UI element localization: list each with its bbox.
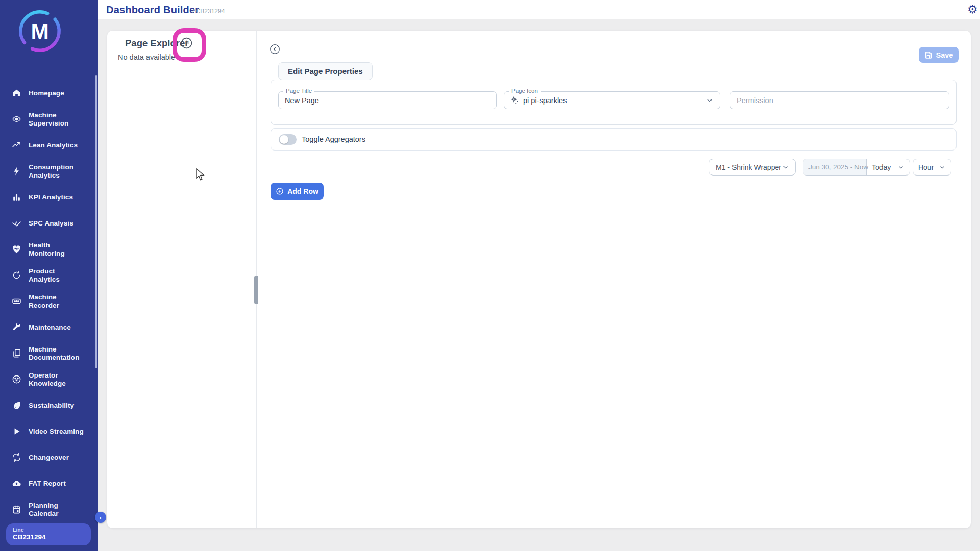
sidebar-item-label: Video Streaming bbox=[29, 428, 86, 436]
refresh-icon bbox=[11, 270, 21, 281]
page-title-input[interactable] bbox=[279, 92, 496, 109]
sidebar-nav: HomepageMachine SupervisionLean Analytic… bbox=[0, 80, 98, 522]
trend-icon bbox=[11, 140, 21, 151]
page-title-label: Page Title bbox=[283, 88, 314, 94]
calendar-icon bbox=[11, 505, 21, 515]
page-explorer-title: Page Explorer bbox=[125, 38, 188, 49]
sidebar-item-label: Consumption Analytics bbox=[29, 163, 86, 180]
dashboard-builder-app: Dashboard Builder / CB231294 ⚙ Page Expl… bbox=[0, 0, 980, 551]
sidebar-collapse-button[interactable]: ‹ bbox=[95, 512, 106, 523]
cloud-icon bbox=[11, 479, 21, 489]
save-button[interactable]: Save bbox=[919, 47, 959, 63]
add-page-button[interactable] bbox=[180, 37, 193, 49]
settings-gear-icon[interactable]: ⚙ bbox=[967, 3, 978, 17]
sidebar-item-label: Product Analytics bbox=[29, 267, 86, 284]
line-badge-value: CB231294 bbox=[13, 533, 91, 541]
tab-label: Edit Page Properties bbox=[288, 67, 363, 76]
chevron-down-icon bbox=[706, 96, 714, 104]
play-icon bbox=[11, 427, 21, 437]
changeover-icon bbox=[11, 453, 21, 463]
sidebar: M HomepageMachine SupervisionLean Analyt… bbox=[0, 0, 98, 551]
logo-letter: M bbox=[31, 19, 48, 43]
heart-icon bbox=[11, 244, 21, 255]
page-title-field[interactable]: Page Title bbox=[278, 91, 497, 109]
top-header: Dashboard Builder / CB231294 ⚙ bbox=[0, 0, 980, 19]
eye-icon bbox=[11, 114, 21, 124]
sidebar-item-label: Homepage bbox=[29, 89, 86, 97]
date-preset-select[interactable]: Today bbox=[867, 159, 910, 175]
sidebar-item-label: FAT Report bbox=[29, 480, 86, 488]
sidebar-item-label: Changeover bbox=[29, 454, 86, 462]
toggle-knob bbox=[280, 135, 288, 144]
operator-icon bbox=[11, 374, 21, 385]
plus-circle-icon bbox=[180, 37, 193, 49]
sidebar-item-label: SPC Analysis bbox=[29, 219, 86, 228]
main-content-card: Page Explorer No data available Save Edi… bbox=[107, 31, 971, 528]
home-icon bbox=[11, 88, 21, 98]
toggle-aggregators-row: Toggle Aggregators bbox=[271, 128, 957, 151]
sidebar-item-machine-documentation[interactable]: Machine Documentation bbox=[0, 340, 98, 366]
sidebar-item-label: Lean Analytics bbox=[29, 141, 86, 149]
page-icon-select[interactable]: Page Icon pi pi-sparkles bbox=[504, 91, 720, 109]
sidebar-item-label: KPI Analytics bbox=[29, 193, 86, 202]
chevron-down-icon bbox=[939, 164, 946, 171]
sidebar-item-label: Planning Calendar bbox=[29, 502, 86, 518]
page-explorer-empty-text: No data available bbox=[118, 53, 175, 61]
line-selector-badge[interactable]: Line CB231294 bbox=[6, 523, 91, 545]
chevron-down-icon bbox=[782, 164, 789, 171]
sidebar-item-product-analytics[interactable]: Product Analytics bbox=[0, 262, 98, 288]
checks-icon bbox=[11, 218, 21, 229]
sidebar-item-fat-report[interactable]: FAT Report bbox=[0, 470, 98, 496]
sidebar-item-spc-analysis[interactable]: SPC Analysis bbox=[0, 210, 98, 236]
sidebar-item-machine-supervision[interactable]: Machine Supervision bbox=[0, 106, 98, 132]
sidebar-item-lean-analytics[interactable]: Lean Analytics bbox=[0, 132, 98, 158]
sidebar-item-kpi-analytics[interactable]: KPI Analytics bbox=[0, 184, 98, 210]
chevron-down-icon bbox=[897, 164, 904, 171]
app-logo[interactable]: M bbox=[16, 8, 63, 55]
bolt-icon bbox=[11, 166, 21, 177]
sparkles-icon bbox=[510, 96, 519, 105]
date-range-group: Jun 30, 2025 - Now Today bbox=[803, 159, 910, 176]
toggle-aggregators-switch[interactable] bbox=[279, 134, 297, 145]
save-button-label: Save bbox=[936, 51, 953, 59]
back-button[interactable] bbox=[270, 44, 280, 55]
bars-icon bbox=[11, 192, 21, 203]
plus-circle-icon bbox=[276, 187, 284, 195]
chevron-left-circle-icon bbox=[270, 44, 280, 55]
sidebar-item-homepage[interactable]: Homepage bbox=[0, 80, 98, 106]
line-badge-label: Line bbox=[13, 527, 91, 533]
sidebar-item-consumption-analytics[interactable]: Consumption Analytics bbox=[0, 158, 98, 184]
add-row-button[interactable]: Add Row bbox=[271, 183, 324, 200]
sidebar-item-health-monitoring[interactable]: Health Monitoring bbox=[0, 236, 98, 262]
page-icon-label: Page Icon bbox=[509, 88, 541, 94]
wrench-icon bbox=[11, 322, 21, 333]
sidebar-item-operator-knowledge[interactable]: Operator Knowledge bbox=[0, 366, 98, 392]
granularity-select[interactable]: Hour bbox=[913, 159, 951, 176]
machine-select-value: M1 - Shrink Wrapper bbox=[716, 163, 781, 171]
breadcrumb: / CB231294 bbox=[192, 8, 225, 15]
sidebar-item-video-streaming[interactable]: Video Streaming bbox=[0, 418, 98, 444]
save-floppy-icon bbox=[924, 51, 933, 59]
sidebar-item-label: Sustainability bbox=[29, 402, 86, 410]
page-title: Dashboard Builder bbox=[106, 4, 199, 16]
sidebar-item-label: Machine Supervision bbox=[29, 111, 86, 128]
granularity-value: Hour bbox=[918, 163, 934, 171]
date-range-input[interactable]: Jun 30, 2025 - Now bbox=[803, 159, 867, 175]
sidebar-item-planning-calendar[interactable]: Planning Calendar bbox=[0, 496, 98, 522]
sidebar-item-label: Health Monitoring bbox=[29, 241, 86, 258]
sidebar-item-changeover[interactable]: Changeover bbox=[0, 444, 98, 470]
sidebar-item-label: Machine Recorder bbox=[29, 293, 86, 310]
tab-edit-page-properties[interactable]: Edit Page Properties bbox=[278, 62, 373, 80]
permission-field[interactable] bbox=[730, 91, 949, 109]
machine-select[interactable]: M1 - Shrink Wrapper bbox=[709, 159, 796, 176]
permission-input[interactable] bbox=[730, 92, 949, 109]
docs-icon bbox=[11, 348, 21, 359]
splitter-handle[interactable] bbox=[254, 276, 258, 304]
leaf-icon bbox=[11, 400, 21, 411]
sidebar-item-maintenance[interactable]: Maintenance bbox=[0, 314, 98, 340]
sidebar-item-label: Operator Knowledge bbox=[29, 371, 86, 388]
toggle-aggregators-label: Toggle Aggregators bbox=[302, 135, 365, 143]
sidebar-item-label: Maintenance bbox=[29, 323, 86, 332]
sidebar-item-machine-recorder[interactable]: Machine Recorder bbox=[0, 288, 98, 314]
sidebar-item-sustainability[interactable]: Sustainability bbox=[0, 392, 98, 418]
